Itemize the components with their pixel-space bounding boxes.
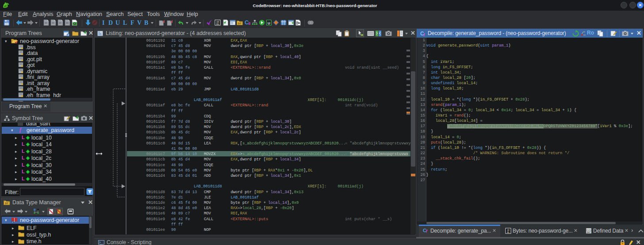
svg-text:01: 01 [216,23,219,26]
svg-text:01: 01 [507,231,510,233]
svg-text:DT: DT [5,202,9,205]
svg-text:U: U [268,21,270,25]
svg-text:DT: DT [238,22,242,25]
svg-text:DAT: DAT [587,231,591,233]
